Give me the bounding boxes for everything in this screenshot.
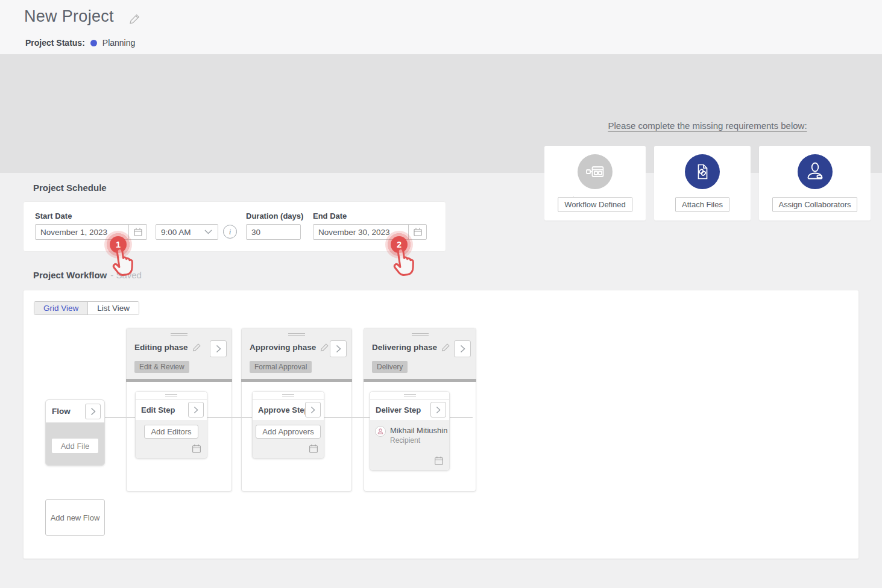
edit-phase-icon[interactable] (192, 343, 201, 352)
assign-collaborators-button[interactable]: Assign Collaborators (772, 197, 858, 212)
phase-header: Delivering phase Delivery (364, 328, 476, 379)
start-date-label: Start Date (35, 211, 72, 220)
calendar-icon[interactable] (191, 443, 202, 454)
step-card-approve: Approve Step Add Approvers (252, 391, 324, 458)
step-card-deliver: Deliver Step Mikhail Mitiushin Recipient (370, 391, 450, 471)
status-dot (90, 40, 97, 46)
phase-divider-bar (241, 379, 352, 382)
flow-expand-button[interactable] (85, 404, 101, 419)
step-expand-button[interactable] (430, 402, 446, 418)
start-date-calendar-button[interactable] (128, 225, 146, 239)
start-time-value: 9:00 AM (156, 228, 204, 237)
phase-expand-button[interactable] (454, 340, 471, 357)
start-date-input[interactable]: November 1, 2023 (35, 224, 147, 240)
requirements-prompt: Please complete the missing requirements… (544, 120, 871, 131)
end-date-label: End Date (313, 211, 347, 220)
info-icon[interactable]: i (223, 225, 237, 239)
flow-card: Flow Add File (45, 399, 105, 466)
tab-grid-view[interactable]: Grid View (34, 302, 88, 314)
phase-header: Approving phase Formal Approval (242, 328, 351, 379)
requirements-banner: Please complete the missing requirements… (0, 54, 882, 173)
page-header: New Project Project Status: Planning (0, 0, 882, 54)
attach-files-button[interactable]: Attach Files (675, 197, 729, 212)
workflow-panel: Grid View List View Editing phase Edit &… (23, 290, 859, 559)
duration-input[interactable]: 30 (246, 224, 301, 240)
recipient-role: Recipient (390, 436, 420, 445)
edit-title-icon[interactable] (129, 13, 140, 25)
workflow-section-title: Project Workflow- Saved (33, 270, 142, 280)
view-tabs: Grid View List View (34, 301, 139, 315)
step-expand-button[interactable] (305, 402, 321, 418)
drag-handle-icon[interactable] (282, 394, 294, 398)
add-approvers-button[interactable]: Add Approvers (256, 425, 320, 439)
workflow-saved-status: - Saved (110, 270, 142, 280)
phase-title: Delivering phase (372, 343, 437, 352)
recipient-avatar-icon (375, 426, 386, 437)
phase-header: Editing phase Edit & Review (127, 328, 232, 379)
start-date-value: November 1, 2023 (36, 228, 128, 237)
phase-tag: Delivery (372, 361, 408, 373)
drag-handle-icon[interactable] (412, 333, 429, 337)
add-file-button[interactable]: Add File (52, 439, 98, 453)
requirement-card-attach-files[interactable]: Attach Files (654, 146, 751, 220)
project-status-row: Project Status: Planning (25, 38, 135, 48)
page-title: New Project (24, 7, 114, 26)
assign-collaborators-icon (798, 154, 833, 189)
phase-title: Editing phase (134, 343, 188, 352)
step-card-edit: Edit Step Add Editors (135, 391, 207, 458)
phase-expand-button[interactable] (210, 340, 227, 357)
drag-handle-icon[interactable] (165, 394, 177, 398)
workflow-icon (578, 154, 613, 189)
end-date-input[interactable]: November 30, 2023 (313, 224, 427, 240)
edit-phase-icon[interactable] (320, 343, 329, 352)
phase-expand-button[interactable] (330, 340, 347, 357)
duration-value: 30 (247, 228, 300, 237)
phase-tag: Edit & Review (134, 361, 189, 373)
calendar-icon[interactable] (433, 455, 444, 466)
step-expand-button[interactable] (188, 402, 204, 418)
status-label: Project Status: (25, 38, 85, 48)
start-time-select[interactable]: 9:00 AM (156, 224, 218, 240)
phase-title: Approving phase (250, 343, 316, 352)
drag-handle-icon[interactable] (288, 333, 305, 337)
recipient-name: Mikhail Mitiushin (390, 426, 447, 435)
add-editors-button[interactable]: Add Editors (144, 425, 198, 439)
chevron-down-icon (204, 230, 212, 234)
status-value: Planning (102, 38, 136, 48)
phase-divider-bar (364, 379, 476, 382)
add-new-flow-button[interactable]: Add new Flow (45, 499, 105, 536)
flow-title: Flow (52, 407, 71, 416)
tab-list-view[interactable]: List View (88, 302, 139, 314)
project-schedule-card: Start Date November 1, 2023 9:00 AM i Du… (23, 201, 446, 252)
calendar-icon[interactable] (308, 443, 319, 454)
step-title: Edit Step (141, 405, 175, 414)
phase-tag: Formal Approval (250, 361, 312, 373)
requirement-card-workflow-defined[interactable]: Workflow Defined (544, 146, 646, 220)
workflow-title-text: Project Workflow (33, 270, 107, 280)
drag-handle-icon[interactable] (171, 333, 187, 337)
end-date-value: November 30, 2023 (313, 228, 408, 237)
step-title: Deliver Step (376, 405, 421, 414)
edit-phase-icon[interactable] (441, 343, 450, 352)
duration-label: Duration (days) (246, 211, 303, 220)
schedule-section-title: Project Schedule (33, 183, 107, 193)
workflow-defined-button[interactable]: Workflow Defined (558, 197, 632, 212)
end-date-calendar-button[interactable] (408, 225, 426, 239)
drag-handle-icon[interactable] (404, 394, 416, 398)
attach-file-icon (685, 154, 720, 189)
phase-divider-bar (126, 379, 232, 382)
step-title: Approve Step (258, 405, 309, 414)
requirement-card-assign-collaborators[interactable]: Assign Collaborators (759, 146, 871, 220)
